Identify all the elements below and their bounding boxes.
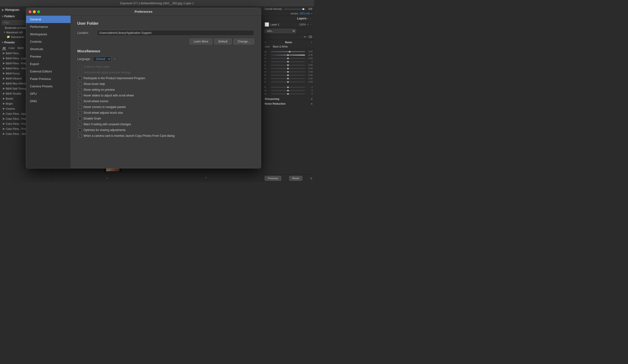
checkbox-product-improvement-input[interactable]	[78, 76, 81, 80]
panel-slider-st[interactable]	[271, 62, 305, 62]
blend-select[interactable]: with...	[265, 29, 296, 33]
prefs-sidebar: General Performance Workspaces Controls …	[26, 16, 71, 168]
layer-options-icon[interactable]: ⋯	[310, 23, 312, 26]
layer-opacity-chevron-icon[interactable]: ▾	[308, 23, 308, 26]
checkbox-show-setting-preview-label: Show setting on preview	[83, 88, 115, 91]
divider-icon: ⋯	[300, 35, 302, 39]
preset-chevron-14: ▶	[3, 122, 5, 125]
basic-menu-icon[interactable]: ≡	[265, 41, 266, 44]
checkbox-product-improvement-label: Participate in the Product Improvement P…	[83, 76, 145, 80]
version-chevron-icon[interactable]: ▾	[311, 12, 312, 15]
checkbox-disable-grain-input[interactable]	[78, 117, 81, 120]
checkbox-warn-unsaved: Warn if exiting with unsaved changes	[77, 123, 254, 126]
preset-label-6: B&W Misc Effects	[6, 82, 27, 85]
sharpening-collapse-icon[interactable]: ◀	[311, 98, 312, 100]
preset-label-16: Color Films - Slide	[6, 133, 27, 135]
location-input[interactable]	[97, 30, 254, 36]
noise-collapse-icon[interactable]: ◀	[311, 103, 312, 105]
panel-value-st: 0	[306, 61, 313, 63]
checkbox-show-hover-help-input[interactable]	[78, 82, 81, 86]
layers-chevron-icon[interactable]: ▾	[308, 17, 308, 20]
panel-slider-ty[interactable]	[271, 87, 305, 88]
panel-slider-ks[interactable]	[271, 75, 305, 75]
panel-slider-re[interactable]	[271, 58, 305, 59]
minimize-button[interactable]	[33, 10, 36, 13]
language-chevron-icon[interactable]: ▾	[114, 58, 115, 60]
panel-value-on: 0	[306, 93, 313, 95]
pencil-icon[interactable]: ✏	[304, 35, 306, 39]
maximize-button[interactable]	[37, 10, 40, 13]
prefs-item-performance[interactable]: Performance	[26, 23, 71, 30]
language-select[interactable]: Default	[93, 56, 111, 62]
basic-chevron-icon[interactable]: ▾	[311, 41, 312, 43]
preset-chevron-3: ▶	[3, 67, 5, 70]
panel-label-up: up	[264, 50, 270, 53]
panel-slider-el[interactable]	[271, 81, 305, 82]
panel-label-es: es	[264, 71, 270, 73]
preset-chevron-13: ▶	[3, 117, 5, 120]
panel-value-vs: 0.00	[306, 67, 313, 70]
checkbox-scroll-brush-size-input[interactable]	[78, 111, 81, 114]
nav-arrow-up[interactable]: ▲	[106, 176, 109, 179]
panel-slider-ce[interactable]	[271, 90, 305, 91]
panel-slider-es[interactable]	[271, 72, 305, 72]
panel-row-el: el 0.00	[263, 80, 314, 83]
tab-all[interactable]: All	[2, 46, 6, 50]
panel-label-ty: ty	[264, 86, 270, 88]
prefs-item-export[interactable]: Export	[26, 60, 71, 68]
preset-chevron-9: ▶	[3, 97, 5, 100]
reset-button[interactable]: Reset	[289, 176, 302, 181]
checkbox-optimize-sharing-input[interactable]	[78, 128, 81, 132]
panel-slider-vs[interactable]	[271, 68, 305, 69]
change-button[interactable]: Change...	[234, 39, 254, 44]
prefs-item-preview[interactable]: Preview	[26, 53, 71, 60]
right-bottom-bar: Previous Reset ⊞	[263, 174, 314, 182]
prefs-item-shortcuts[interactable]: Shortcuts	[26, 45, 71, 53]
checkbox-hover-sliders-input[interactable]	[78, 94, 81, 97]
checkbox-launch-copy-dialog-input[interactable]	[78, 134, 81, 138]
folders-title: Folders	[4, 15, 15, 18]
location-label: Location	[77, 31, 94, 35]
checkbox-output-new-layer: Output in New Layer	[77, 65, 254, 68]
learn-more-button[interactable]: Learn More	[190, 39, 212, 44]
close-button[interactable]	[29, 10, 31, 13]
tab-bw[interactable]: B&W	[17, 46, 24, 50]
previous-button[interactable]: Previous	[265, 176, 281, 181]
checkbox-warn-unsaved-input[interactable]	[78, 123, 81, 126]
panel-value-ts: 0.00	[306, 64, 313, 66]
panel-value-st2: 0.00	[306, 77, 313, 80]
prefs-item-camera-presets[interactable]: Camera Presets	[26, 82, 71, 90]
panel-slider-on[interactable]	[271, 94, 305, 94]
checkbox-output-new-layer-input[interactable]	[78, 65, 81, 68]
eraser-icon[interactable]: ⌫	[308, 35, 312, 39]
checkbox-scroll-wheel-zoom-input[interactable]	[78, 100, 81, 103]
nav-arrow-down[interactable]: ▼	[205, 176, 208, 179]
prefs-item-general[interactable]: General	[26, 16, 71, 23]
basic-section-header: ≡ Basic ▾	[263, 40, 314, 45]
prefs-item-gpu[interactable]: GPU	[26, 90, 71, 97]
panel-slider-nt[interactable]	[271, 55, 305, 55]
prefs-item-workspaces[interactable]: Workspaces	[26, 30, 71, 38]
layers-options-icon[interactable]: ⋯	[310, 17, 312, 20]
default-button[interactable]: Default	[214, 39, 232, 44]
version-select[interactable]: 2021 (v4)	[300, 12, 310, 15]
panel-slider-st2[interactable]	[271, 78, 305, 79]
panel-slider-up[interactable]	[271, 51, 305, 52]
checkbox-launch-copy-dialog: When a camera card is inserted, launch C…	[77, 134, 254, 138]
prefs-item-paste-previous[interactable]: Paste Previous	[26, 75, 71, 82]
preset-label-10: Bright	[6, 102, 13, 105]
prefs-item-dng[interactable]: DNG	[26, 97, 71, 105]
layers-title: Layers	[297, 17, 307, 20]
preset-label-12: Color Films - Aged	[6, 112, 27, 115]
tab-color[interactable]: Color	[8, 46, 15, 50]
prefs-item-controls[interactable]: Controls	[26, 38, 71, 45]
panel-slider-ts[interactable]	[271, 65, 305, 66]
checkbox-auto-apply-input[interactable]	[78, 71, 81, 74]
layer-item: Layer 1 100% ▾ ⋯	[263, 21, 314, 28]
checkbox-hover-corners-input[interactable]	[78, 105, 81, 109]
grid-view-icon[interactable]: ⊞	[310, 177, 312, 180]
checkbox-show-hover-help: Show hover help	[77, 82, 254, 86]
oi-slider[interactable]	[284, 9, 307, 10]
prefs-item-external-editors[interactable]: External Editors	[26, 68, 71, 75]
checkbox-show-setting-preview-input[interactable]	[78, 88, 81, 91]
